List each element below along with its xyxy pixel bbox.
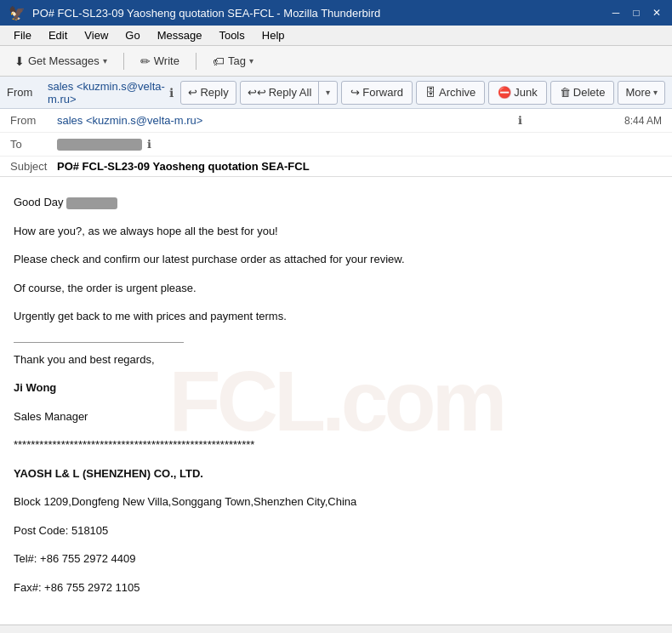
reply-all-icon: ↩↩ [248,86,266,99]
menu-file[interactable]: File [7,27,38,43]
to-row: To ℹ [0,133,672,157]
to-info-icon[interactable]: ℹ [147,138,151,151]
subject-field-value: PO# FCL-SL23-09 Yaosheng quotation SEA-F… [57,160,310,173]
reply-all-button-group: ↩↩ Reply All ▾ [240,81,339,105]
delete-button[interactable]: 🗑 Delete [550,81,615,105]
para3: Of course, the order is urgent please. [14,280,658,297]
get-messages-chevron-icon: ▾ [103,56,107,66]
get-messages-icon: ⬇ [14,54,25,68]
forward-label: Forward [362,86,403,99]
app-icon: 🦅 [9,5,26,21]
to-field-value [57,139,142,151]
menu-bar: File Edit View Go Message Tools Help [0,26,672,46]
para1: How are you?, as we always hope all the … [14,223,658,240]
from-email: sales <kuzmin.s@velta-m.ru> [48,80,169,106]
forward-button[interactable]: ↪ Forward [341,81,413,105]
action-bar: From sales <kuzmin.s@velta-m.ru> ℹ ↩ Rep… [0,77,672,109]
forward-icon: ↪ [350,86,360,99]
menu-message[interactable]: Message [151,27,209,43]
menu-help[interactable]: Help [255,27,292,43]
menu-tools[interactable]: Tools [212,27,251,43]
archive-button[interactable]: 🗄 Archive [416,81,485,105]
from-info-icon[interactable]: ℹ [518,114,522,127]
greeting-paragraph: Good Day [14,194,658,211]
sig-title: Sales Manager [14,408,658,425]
sig-fax: Fax#: +86 755 2972 1105 [14,579,658,596]
maximize-button[interactable]: □ [629,6,643,20]
window-controls: ─ □ ✕ [609,6,663,20]
para4: Urgently get back to me with prices and … [14,308,658,325]
archive-label: Archive [439,86,476,99]
junk-icon: ⛔ [498,86,511,99]
sig-thanks: Thank you and best regards, [14,351,658,368]
body-content: Good Day How are you?, as we always hope… [14,194,658,596]
more-button[interactable]: More ▾ [618,82,664,104]
reply-button[interactable]: ↩ Reply [181,82,235,104]
email-header: From sales <kuzmin.s@velta-m.ru> ℹ 8:44 … [0,109,672,177]
reply-label: Reply [200,86,228,99]
junk-button[interactable]: ⛔ Junk [488,81,546,105]
greeting-text: Good Day [14,196,64,208]
window-title: PO# FCL-SL23-09 Yaosheng quotation SEA-F… [32,7,609,20]
toolbar-separator-1 [123,53,124,70]
from-row: From sales <kuzmin.s@velta-m.ru> ℹ 8:44 … [0,109,672,133]
signature-divider [14,342,184,343]
to-field-label: To [10,138,57,151]
get-messages-button[interactable]: ⬇ Get Messages ▾ [7,50,115,72]
email-time: 8:44 AM [624,115,662,127]
tag-chevron-icon: ▾ [249,56,253,66]
toolbar-separator-2 [196,53,196,70]
sig-stars: ****************************************… [14,436,658,453]
sig-address: Block 1209,Dongfeng New Villa,Songgang T… [14,493,658,510]
get-messages-label: Get Messages [28,54,100,67]
reply-icon: ↩ [188,86,197,99]
sig-company: YAOSH L& L (SHENZHEN) CO., LTD. [14,465,658,482]
write-label: Write [154,54,179,67]
email-body: FCL.com Good Day How are you?, as we alw… [0,177,672,624]
reply-all-button[interactable]: ↩↩ Reply All [241,82,319,104]
tag-label: Tag [228,54,246,67]
menu-view[interactable]: View [77,27,115,43]
more-chevron-icon: ▾ [653,88,658,97]
menu-edit[interactable]: Edit [42,27,74,43]
write-button[interactable]: ✏ Write [133,50,187,72]
attachment-bar: › 📎 1 attachment: PO# FCL-SL23-09 Yaoshe… [0,624,672,633]
junk-label: Junk [514,86,537,99]
tag-button[interactable]: 🏷 Tag ▾ [205,50,261,72]
more-button-group: More ▾ [618,81,665,105]
more-label: More [625,86,651,99]
archive-icon: 🗄 [425,86,436,99]
close-button[interactable]: ✕ [650,6,663,20]
sender-info-icon[interactable]: ℹ [169,86,174,100]
subject-field-label: Subject [10,160,57,173]
reply-all-label: Reply All [269,86,312,99]
subject-row: Subject PO# FCL-SL23-09 Yaosheng quotati… [0,157,672,176]
title-bar: 🦅 PO# FCL-SL23-09 Yaosheng quotation SEA… [0,0,672,26]
sig-tel: Tel#: +86 755 2972 4409 [14,550,658,567]
reply-button-group: ↩ Reply [180,81,236,105]
sig-post: Post Code: 518105 [14,522,658,539]
from-field-label: From [10,114,57,127]
tag-icon: 🏷 [213,54,225,68]
menu-go[interactable]: Go [118,27,146,43]
sig-name: Ji Wong [14,379,658,396]
delete-label: Delete [573,86,606,99]
reply-all-chevron-button[interactable]: ▾ [319,82,337,104]
write-icon: ✏ [140,54,151,68]
main-toolbar: ⬇ Get Messages ▾ ✏ Write 🏷 Tag ▾ [0,46,672,77]
para2: Please check and confirm our latest purc… [14,251,658,268]
reply-all-chevron-icon: ▾ [326,88,330,97]
from-label: From [7,86,41,99]
delete-icon: 🗑 [560,86,571,99]
minimize-button[interactable]: ─ [609,6,623,20]
greeting-name-redacted [66,197,117,209]
from-field-value: sales <kuzmin.s@velta-m.ru> [57,114,518,127]
